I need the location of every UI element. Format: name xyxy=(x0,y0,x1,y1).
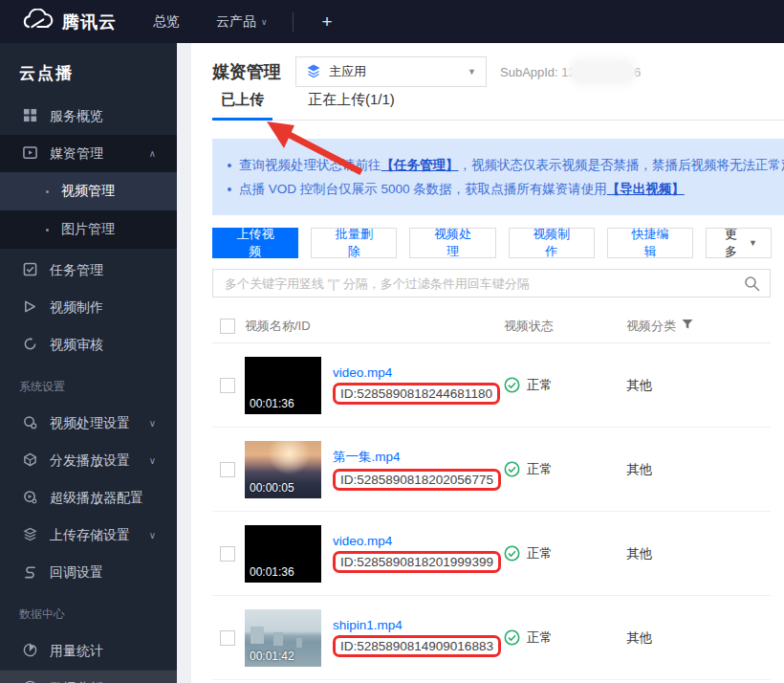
toolbar: 上传视频 批量删除 视频处理 视频制作 快捷编辑 更多 ▼ xyxy=(212,228,784,258)
sidebar-item-image-management[interactable]: 图片管理 xyxy=(0,210,177,249)
video-name-link[interactable]: 第一集.mp4 xyxy=(333,449,401,466)
layers-icon xyxy=(306,63,321,81)
play-icon xyxy=(23,299,37,317)
vod-console-window: 腾讯云 总览 云产品 ∨ + 云点播 服务概览 xyxy=(0,0,784,683)
sidebar-content-gutter xyxy=(177,43,191,683)
gear-icon xyxy=(23,415,37,432)
add-tab-button[interactable]: + xyxy=(322,11,333,33)
export-video-link[interactable]: 【导出视频】 xyxy=(607,177,685,201)
filter-funnel-icon[interactable] xyxy=(682,319,693,333)
success-check-icon xyxy=(504,377,520,393)
table-row: 00:01:42 shipin1.mp4 ID:5285890814909016… xyxy=(212,596,771,680)
sidebar-item-video-review[interactable]: 视频审核 xyxy=(0,326,177,364)
sidebar-item-video-processing-settings[interactable]: 视频处理设置 ∨ xyxy=(0,405,177,442)
player-circle-icon xyxy=(23,490,37,507)
page-title: 媒资管理 xyxy=(212,60,281,83)
sidebar-item-superplayer-config[interactable]: 超级播放器配置 xyxy=(0,479,177,517)
video-thumbnail[interactable]: 00:00:05 xyxy=(245,441,321,498)
video-duration: 00:01:36 xyxy=(250,397,294,410)
sidebar-item-video-management[interactable]: 视频管理 xyxy=(0,172,177,210)
video-id-highlight: ID:5285890818244681180 xyxy=(333,383,500,405)
video-name-link[interactable]: shipin1.mp4 xyxy=(333,618,403,632)
tab-uploaded[interactable]: 已上传 xyxy=(212,91,272,120)
nav-overview[interactable]: 总览 xyxy=(153,13,180,31)
search-input[interactable] xyxy=(213,270,770,297)
column-category: 视频分类 xyxy=(626,318,676,335)
sidebar-item-usage-statistics[interactable]: 用量统计 xyxy=(0,632,177,670)
cube-icon xyxy=(23,452,37,470)
nav-cloud-products[interactable]: 云产品 ∨ xyxy=(216,13,268,31)
bullet-dot xyxy=(228,164,231,167)
upload-video-button[interactable]: 上传视频 xyxy=(212,228,298,258)
caret-down-icon: ▼ xyxy=(468,67,476,77)
column-status: 视频状态 xyxy=(504,318,626,335)
main-content: 媒资管理 主应用 ▼ SubAppId: 1256 已上传 正在上传(1/1) xyxy=(191,43,784,683)
sidebar-item-video-production[interactable]: 视频制作 xyxy=(0,289,177,326)
video-thumbnail[interactable]: 00:01:42 xyxy=(245,609,321,667)
sidebar-item-callback-settings[interactable]: 回调设置 xyxy=(0,554,177,591)
video-category: 其他 xyxy=(626,461,771,478)
chevron-down-icon[interactable]: ∨ xyxy=(149,530,156,540)
search-icon[interactable] xyxy=(744,275,760,295)
video-id-highlight: ID:5285890814909016883 xyxy=(333,635,501,657)
video-process-button[interactable]: 视频处理 xyxy=(409,228,495,258)
alert-line-1: 查询视频处理状态请前往【任务管理】，视频状态仅表示视频是否禁播，禁播后视频将无法… xyxy=(228,153,784,177)
table-row: 00:01:36 video.mp4 ID:528589081820199939… xyxy=(212,512,771,596)
more-button[interactable]: 更多 ▼ xyxy=(706,228,772,258)
sidebar-item-distribution-settings[interactable]: 分发播放设置 ∨ xyxy=(0,442,177,479)
row-checkbox[interactable] xyxy=(220,546,235,562)
tab-bar: 已上传 正在上传(1/1) xyxy=(212,91,784,121)
video-id: ID:5285890818202056775 xyxy=(340,473,493,487)
cloud-logo-icon xyxy=(21,9,54,34)
horizontal-scrollbar[interactable] xyxy=(0,671,177,683)
callback-s-icon xyxy=(23,564,37,582)
info-alert: 查询视频处理状态请前往【任务管理】，视频状态仅表示视频是否禁播，禁播后视频将无法… xyxy=(212,139,784,215)
chevron-down-icon[interactable]: ∨ xyxy=(149,455,156,466)
sidebar-section-system-settings: 系统设置 xyxy=(0,364,177,405)
chevron-up-icon[interactable]: ∧ xyxy=(149,148,156,159)
select-all-checkbox[interactable] xyxy=(220,319,235,334)
sidebar: 云点播 服务概览 媒资管理 ∧ 视频管理 xyxy=(0,43,177,683)
sidebar-group-media: 媒资管理 ∧ 视频管理 图片管理 xyxy=(0,135,177,249)
row-checkbox[interactable] xyxy=(220,378,235,393)
video-status: 正常 xyxy=(504,545,626,562)
bullet-dot xyxy=(228,187,231,191)
column-name-id: 视频名称/ID xyxy=(245,318,504,335)
row-checkbox[interactable] xyxy=(220,462,235,477)
media-video-icon xyxy=(23,145,37,163)
subappid-text: SubAppId: 1256 xyxy=(500,61,641,82)
video-status: 正常 xyxy=(504,629,626,647)
top-navbar: 腾讯云 总览 云产品 ∨ + xyxy=(0,0,784,43)
tencent-cloud-brand[interactable]: 腾讯云 xyxy=(21,9,117,34)
table-header: 视频名称/ID 视频状态 视频分类 xyxy=(212,309,771,343)
sidebar-item-service-overview[interactable]: 服务概览 xyxy=(0,98,177,135)
bullet-dot xyxy=(46,229,49,231)
video-category: 其他 xyxy=(626,377,771,394)
video-thumbnail[interactable]: 00:01:36 xyxy=(245,357,321,414)
batch-delete-button[interactable]: 批量删除 xyxy=(311,228,397,258)
refresh-circle-icon xyxy=(23,337,37,354)
quick-edit-button[interactable]: 快捷编辑 xyxy=(607,228,693,258)
chevron-down-icon[interactable]: ∨ xyxy=(149,418,156,429)
app-selector-dropdown[interactable]: 主应用 ▼ xyxy=(295,56,487,87)
alert-line-2: 点播 VOD 控制台仅展示 5000 条数据，获取点播所有媒资请使用【导出视频】 xyxy=(228,177,784,201)
video-duration: 00:00:05 xyxy=(250,481,294,495)
task-check-icon xyxy=(23,262,37,279)
app-selector-value: 主应用 xyxy=(329,63,366,80)
video-thumbnail[interactable]: 00:01:36 xyxy=(245,525,321,583)
sidebar-item-task-management[interactable]: 任务管理 xyxy=(0,252,177,289)
video-name-link[interactable]: video.mp4 xyxy=(333,365,392,380)
tab-uploading[interactable]: 正在上传(1/1) xyxy=(299,91,403,120)
video-produce-button[interactable]: 视频制作 xyxy=(509,228,595,258)
sidebar-item-media-management[interactable]: 媒资管理 ∧ xyxy=(0,135,177,172)
success-check-icon xyxy=(504,629,520,646)
blurred-id-patch xyxy=(572,61,633,82)
video-name-link[interactable]: video.mp4 xyxy=(333,534,392,548)
brand-name: 腾讯云 xyxy=(62,11,117,33)
task-management-link[interactable]: 【任务管理】 xyxy=(381,153,459,177)
video-category: 其他 xyxy=(626,629,771,647)
row-checkbox[interactable] xyxy=(220,630,235,646)
sidebar-item-upload-storage-settings[interactable]: 上传存储设置 ∨ xyxy=(0,517,177,554)
table-row: 00:01:36 video.mp4 ID:528589081824468118… xyxy=(212,343,771,428)
pie-chart-icon xyxy=(23,643,37,660)
